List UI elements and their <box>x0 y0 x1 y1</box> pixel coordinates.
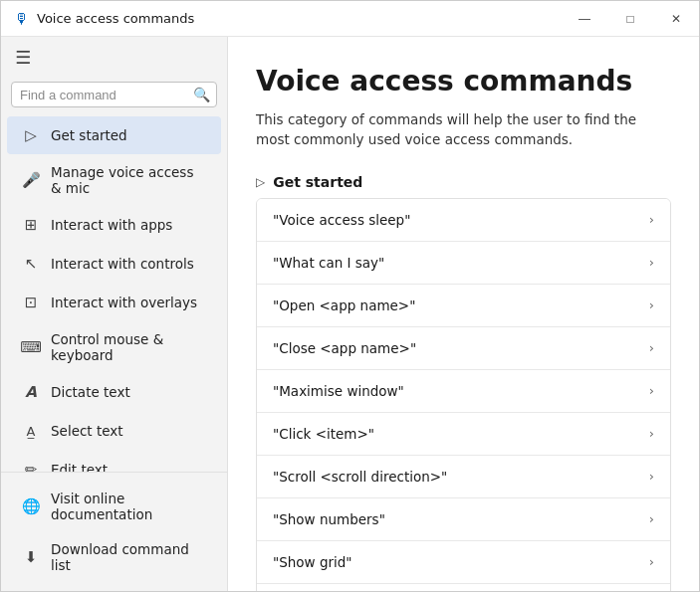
maximize-button[interactable]: □ <box>607 1 653 37</box>
sidebar-label-get-started: Get started <box>51 127 127 143</box>
sidebar-item-download-list[interactable]: ⬇ Download command list <box>7 532 221 582</box>
apps-icon: ⊞ <box>21 215 41 235</box>
sidebar: ☰ 🔍 ▷ Get started 🎤 Manage voice access … <box>1 37 228 591</box>
titlebar: 🎙 Voice access commands — □ ✕ <box>1 1 699 37</box>
download-icon: ⬇ <box>21 547 41 567</box>
command-list: "Voice access sleep" › "What can I say" … <box>256 198 671 592</box>
sidebar-item-manage-voice[interactable]: 🎤 Manage voice access & mic <box>7 155 221 205</box>
sidebar-label-interact-apps: Interact with apps <box>51 217 172 233</box>
sidebar-item-edit-text[interactable]: ✏ Edit text <box>7 451 221 472</box>
command-text: "What can I say" <box>273 255 384 271</box>
app-icon: 🎙 <box>13 11 29 27</box>
chevron-right-icon: › <box>649 383 654 398</box>
command-text: "Click <item>" <box>273 426 374 442</box>
select-icon: A̲ <box>21 421 41 441</box>
command-item-scroll[interactable]: "Scroll <scroll direction>" › <box>257 456 670 498</box>
dictate-icon: A <box>21 382 41 402</box>
play-triangle-icon: ▷ <box>21 125 41 145</box>
sidebar-item-dictate-text[interactable]: A Dictate text <box>7 373 221 411</box>
chevron-right-icon: › <box>649 212 654 227</box>
titlebar-left: 🎙 Voice access commands <box>13 11 194 27</box>
titlebar-title: Voice access commands <box>37 11 194 26</box>
sidebar-label-select-text: Select text <box>51 423 123 439</box>
command-text: "Close <app name>" <box>273 340 416 356</box>
sidebar-nav: ▷ Get started 🎤 Manage voice access & mi… <box>1 115 227 472</box>
sidebar-item-visit-docs[interactable]: 🌐 Visit online documentation <box>7 482 221 531</box>
hamburger-menu[interactable]: ☰ <box>1 37 227 78</box>
edit-icon: ✏ <box>21 460 41 472</box>
command-item-close-app[interactable]: "Close <app name>" › <box>257 327 670 370</box>
sidebar-item-interact-controls[interactable]: ↖ Interact with controls <box>7 245 221 283</box>
sidebar-item-select-text[interactable]: A̲ Select text <box>7 412 221 450</box>
minimize-button[interactable]: — <box>562 1 607 37</box>
sidebar-label-dictate-text: Dictate text <box>51 384 130 400</box>
chevron-right-icon: › <box>649 255 654 270</box>
chevron-right-icon: › <box>649 469 654 484</box>
main-container: ☰ 🔍 ▷ Get started 🎤 Manage voice access … <box>1 37 699 591</box>
command-item-open-app[interactable]: "Open <app name>" › <box>257 285 670 327</box>
sidebar-item-interact-apps[interactable]: ⊞ Interact with apps <box>7 206 221 244</box>
sidebar-label-interact-overlays: Interact with overlays <box>51 295 197 310</box>
command-item-cancel[interactable]: "Cancel" › <box>257 584 670 592</box>
sidebar-label-control-mouse: Control mouse & keyboard <box>51 331 207 363</box>
command-text: "Show numbers" <box>273 511 385 527</box>
command-item-show-numbers[interactable]: "Show numbers" › <box>257 498 670 541</box>
section-play-icon: ▷ <box>256 175 265 189</box>
command-text: "Maximise window" <box>273 383 404 399</box>
chevron-right-icon: › <box>649 297 654 312</box>
cursor-icon: ↖ <box>21 254 41 274</box>
sidebar-item-control-mouse[interactable]: ⌨ Control mouse & keyboard <box>7 322 221 372</box>
page-title: Voice access commands <box>256 65 671 98</box>
command-text: "Voice access sleep" <box>273 212 410 228</box>
search-input[interactable] <box>20 88 187 102</box>
command-item-voice-sleep[interactable]: "Voice access sleep" › <box>257 199 670 242</box>
microphone-icon: 🎤 <box>21 170 41 190</box>
sidebar-item-get-started[interactable]: ▷ Get started <box>7 116 221 154</box>
sidebar-label-download-list: Download command list <box>51 541 207 573</box>
chevron-right-icon: › <box>649 511 654 526</box>
section-header: ▷ Get started <box>256 174 671 190</box>
keyboard-icon: ⌨ <box>21 337 41 357</box>
sidebar-label-edit-text: Edit text <box>51 462 108 472</box>
command-text: "Show grid" <box>273 554 352 570</box>
chevron-right-icon: › <box>649 426 654 441</box>
globe-icon: 🌐 <box>21 496 41 516</box>
command-item-click-item[interactable]: "Click <item>" › <box>257 413 670 456</box>
section-title: Get started <box>273 174 362 190</box>
command-item-maximise[interactable]: "Maximise window" › <box>257 370 670 413</box>
command-item-what-can-i-say[interactable]: "What can I say" › <box>257 242 670 285</box>
command-item-show-grid[interactable]: "Show grid" › <box>257 541 670 584</box>
sidebar-label-visit-docs: Visit online documentation <box>51 491 207 522</box>
search-box[interactable]: 🔍 <box>11 82 217 107</box>
sidebar-label-manage-voice: Manage voice access & mic <box>51 164 207 196</box>
sidebar-bottom: 🌐 Visit online documentation ⬇ Download … <box>1 472 227 591</box>
sidebar-label-interact-controls: Interact with controls <box>51 256 194 272</box>
search-icon: 🔍 <box>193 87 210 102</box>
command-text: "Open <app name>" <box>273 297 415 313</box>
sidebar-item-interact-overlays[interactable]: ⊡ Interact with overlays <box>7 284 221 321</box>
chevron-right-icon: › <box>649 554 654 569</box>
content-area: Voice access commands This category of c… <box>228 37 699 591</box>
overlay-icon: ⊡ <box>21 293 41 312</box>
titlebar-controls: — □ ✕ <box>562 1 699 37</box>
command-text: "Scroll <scroll direction>" <box>273 469 447 485</box>
page-description: This category of commands will help the … <box>256 109 671 150</box>
close-button[interactable]: ✕ <box>653 1 699 37</box>
chevron-right-icon: › <box>649 340 654 355</box>
